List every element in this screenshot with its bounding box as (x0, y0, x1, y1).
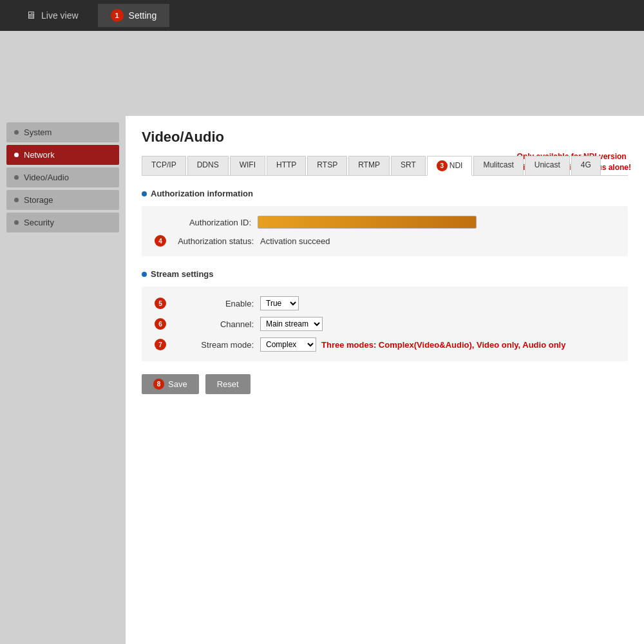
tab-wifi[interactable]: WIFI (230, 156, 265, 175)
auth-form-section: Authorization ID: 4 Authorization status… (142, 206, 628, 256)
stream-mode-select[interactable]: Complex Video only Audio only (260, 337, 316, 352)
auth-section-header: Authorization information (142, 189, 628, 198)
stream-form-section: 5 Enable: True False 6 Channel: Main str… (142, 287, 628, 361)
network-tabs: TCP/IP DDNS WIFI HTTP RTSP RTMP SRT 3NDI… (142, 156, 628, 176)
save-button[interactable]: 8 Save (142, 374, 199, 394)
sidebar-item-label: System (24, 128, 52, 137)
channel-row: 6 Channel: Main stream Sub stream (155, 317, 615, 331)
enable-label: Enable: (169, 299, 260, 308)
setting-label: Setting (129, 10, 157, 21)
auth-status-badge: 4 (155, 235, 166, 247)
auth-id-row: Authorization ID: (155, 216, 615, 229)
channel-label: Channel: (169, 319, 260, 329)
tab-ddns[interactable]: DDNS (187, 156, 229, 175)
stream-section-header: Stream settings (142, 269, 628, 279)
sidebar-item-label: Security (24, 218, 54, 227)
enable-row: 5 Enable: True False (155, 296, 615, 310)
page-title: Video/Audio (142, 129, 628, 146)
stream-mode-label: Stream mode: (169, 340, 260, 350)
sidebar-dot (14, 220, 19, 225)
content-area: Video/Audio Only available for NDI versi… (126, 116, 644, 644)
sidebar-dot (14, 130, 19, 135)
channel-select[interactable]: Main stream Sub stream (260, 317, 323, 331)
button-row: 8 Save Reset (142, 374, 628, 394)
sidebar-item-system[interactable]: System (6, 122, 119, 142)
sidebar-item-storage[interactable]: Storage (6, 190, 119, 210)
save-badge: 8 (153, 379, 164, 390)
auth-status-row: 4 Authorization status: Activation succe… (155, 235, 615, 247)
enable-badge: 5 (155, 298, 166, 309)
monitor-icon: 🖥 (26, 10, 36, 21)
sidebar-item-label: Network (24, 150, 55, 160)
top-navigation: 🖥 Live view 1 Setting (0, 0, 644, 31)
auth-id-bar (258, 216, 477, 229)
liveview-tab[interactable]: 🖥 Live view (13, 5, 91, 26)
reset-label: Reset (217, 379, 239, 389)
stream-mode-row: 7 Stream mode: Complex Video only Audio … (155, 337, 615, 352)
section-dot-auth (142, 191, 147, 196)
sidebar: System Network Video/Audio Storage Secur… (0, 116, 126, 644)
sidebar-item-videoaudio[interactable]: Video/Audio (6, 167, 119, 187)
sidebar-dot (14, 198, 19, 202)
liveview-label: Live view (41, 10, 79, 21)
sidebar-item-label: Video/Audio (24, 173, 69, 182)
tab-rtmp[interactable]: RTMP (348, 156, 390, 175)
stream-mode-badge: 7 (155, 339, 166, 350)
tab-srt[interactable]: SRT (391, 156, 426, 175)
tab-unicast[interactable]: Unicast (525, 156, 570, 175)
auth-status-label: Authorization status: (169, 236, 260, 246)
setting-tab[interactable]: 1 Setting (98, 4, 170, 27)
sidebar-dot (14, 153, 19, 157)
sidebar-item-label: Storage (24, 195, 53, 205)
tab-multicast[interactable]: Mulitcast (473, 156, 523, 175)
save-label: Save (168, 379, 187, 389)
auth-header-label: Authorization information (151, 189, 253, 198)
auth-id-label: Authorization ID: (155, 218, 258, 227)
sidebar-item-security[interactable]: Security (6, 213, 119, 232)
tab-tcpip[interactable]: TCP/IP (142, 156, 186, 175)
auth-status-value: Activation succeed (260, 236, 330, 246)
enable-select[interactable]: True False (260, 296, 299, 310)
sidebar-dot (14, 175, 19, 180)
stream-mode-note: Three modes: Complex(Video&Audio), Video… (321, 340, 565, 350)
setting-badge: 1 (111, 9, 124, 22)
ndi-tab-badge: 3 (437, 160, 448, 171)
sidebar-item-network[interactable]: Network (6, 145, 119, 165)
reset-button[interactable]: Reset (205, 374, 251, 394)
section-dot-stream (142, 272, 147, 277)
tab-4g[interactable]: 4G (571, 156, 601, 175)
tab-rtsp[interactable]: RTSP (307, 156, 347, 175)
stream-header-label: Stream settings (151, 269, 214, 279)
tab-http[interactable]: HTTP (267, 156, 306, 175)
channel-badge: 6 (155, 318, 166, 330)
tab-ndi[interactable]: 3NDI (427, 156, 473, 176)
